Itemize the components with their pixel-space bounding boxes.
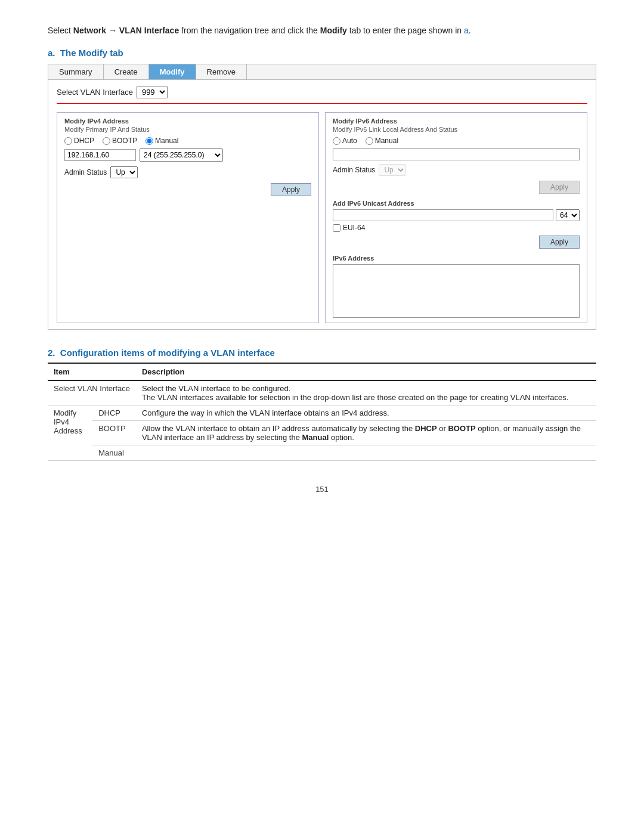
section2-title: 2. Configuration items of modifying a VL… bbox=[48, 348, 596, 358]
radio-bootp-label[interactable]: BOOTP bbox=[103, 137, 137, 145]
intro-text3: tab to enter the page shown in bbox=[347, 26, 464, 35]
tab-remove[interactable]: Remove bbox=[196, 64, 247, 79]
ipv6-addr-legend: IPv6 Address bbox=[333, 255, 580, 262]
section2-text: Configuration items of modifying a VLAN … bbox=[60, 348, 275, 358]
ipv4-box: Modify IPv4 Address Modify Primary IP An… bbox=[57, 112, 319, 323]
radio-ipv6-manual[interactable] bbox=[366, 137, 373, 145]
ipv6-unicast-legend: Add IPv6 Unicast Address bbox=[333, 200, 580, 207]
eui64-checkbox[interactable] bbox=[333, 224, 340, 232]
ipv6-admin-row: Admin Status Up bbox=[333, 164, 580, 176]
table-cell-desc: Select the VLAN interface to be configur… bbox=[136, 380, 596, 405]
table-cell-dhcp-desc: Configure the way in which the VLAN inte… bbox=[136, 405, 596, 421]
ipv4-sublabel: Modify Primary IP And Status bbox=[64, 126, 311, 133]
intro-arrow: → bbox=[106, 26, 119, 35]
ipv6-link-apply-row: Apply bbox=[333, 181, 580, 194]
table-header-row: Item Description bbox=[48, 363, 596, 380]
table-row: BOOTP Allow the VLAN interface to obtain… bbox=[48, 421, 596, 445]
table-cell-manual: Manual bbox=[92, 445, 136, 461]
col-desc-header: Description bbox=[136, 363, 596, 380]
select-vlan-dropdown[interactable]: 999 bbox=[137, 86, 168, 98]
select-vlan-row: Select VLAN Interface 999 bbox=[57, 86, 587, 104]
ipv6-address-display bbox=[333, 264, 580, 318]
ipv4-ip-input[interactable] bbox=[64, 149, 136, 161]
intro-text1: Select bbox=[48, 26, 73, 35]
ipv6-legend: Modify IPv6 Address bbox=[333, 117, 580, 125]
ipv4-apply-button[interactable]: Apply bbox=[271, 183, 311, 196]
radio-auto-label[interactable]: Auto bbox=[333, 137, 357, 145]
section2-number: 2. bbox=[48, 348, 55, 358]
intro-paragraph: Select Network → VLAN Interface from the… bbox=[48, 24, 596, 37]
radio-manual[interactable] bbox=[145, 137, 153, 145]
tab-summary[interactable]: Summary bbox=[48, 64, 104, 79]
tab-modify[interactable]: Modify bbox=[149, 64, 196, 79]
eui64-row: EUI-64 bbox=[333, 224, 580, 232]
ipv4-subnet-select[interactable]: 24 (255.255.255.0) bbox=[140, 148, 223, 162]
radio-dhcp[interactable] bbox=[64, 137, 72, 145]
radio-manual-label[interactable]: Manual bbox=[145, 137, 178, 145]
ipv6-link-apply-button[interactable]: Apply bbox=[539, 181, 580, 194]
ipv6-unicast-apply-row: Apply bbox=[333, 236, 580, 249]
table-cell-bootp-desc: Allow the VLAN interface to obtain an IP… bbox=[136, 421, 596, 445]
config-table: Item Description Select VLAN Interface S… bbox=[48, 363, 596, 461]
section-a-label: a. bbox=[48, 48, 55, 58]
ipv4-input-row: 24 (255.255.255.0) bbox=[64, 148, 311, 162]
col-item-header: Item bbox=[48, 363, 136, 380]
ipv4-radio-row: DHCP BOOTP Manual bbox=[64, 137, 311, 145]
ipv4-admin-select[interactable]: Up bbox=[110, 166, 138, 178]
ipv6-link-local-input[interactable] bbox=[333, 148, 580, 160]
table-cell-modify-ipv4: ModifyIPv4Address bbox=[48, 405, 92, 461]
ipv6-unicast-input-row: 64 bbox=[333, 209, 580, 221]
intro-text4: . bbox=[469, 26, 471, 35]
intro-bold1: Network bbox=[73, 26, 106, 35]
table-cell-manual-desc bbox=[136, 445, 596, 461]
ipv6-prefix-select[interactable]: 64 bbox=[556, 209, 580, 221]
table-cell-dhcp: DHCP bbox=[92, 405, 136, 421]
ipv4-apply-row: Apply bbox=[64, 183, 311, 196]
select-vlan-label: Select VLAN Interface bbox=[57, 88, 133, 97]
radio-ipv6-manual-label[interactable]: Manual bbox=[366, 137, 398, 145]
table-row: Select VLAN Interface Select the VLAN in… bbox=[48, 380, 596, 405]
ipv4-admin-label: Admin Status bbox=[64, 168, 107, 176]
ipv6-box: Modify IPv6 Address Modify IPv6 Link Loc… bbox=[325, 112, 587, 323]
main-panel: Select VLAN Interface 999 Modify IPv4 Ad… bbox=[48, 79, 596, 330]
ipv4-admin-row: Admin Status Up bbox=[64, 166, 311, 178]
ipv6-sublabel: Modify IPv6 Link Local Address And Statu… bbox=[333, 126, 580, 133]
ipv6-admin-label: Admin Status bbox=[333, 166, 375, 174]
radio-dhcp-label[interactable]: DHCP bbox=[64, 137, 94, 145]
radio-bootp[interactable] bbox=[103, 137, 110, 145]
ipv4-legend: Modify IPv4 Address bbox=[64, 117, 311, 125]
intro-text2: from the navigation tree and click the bbox=[179, 26, 320, 35]
table-row: Manual bbox=[48, 445, 596, 461]
table-row: ModifyIPv4Address DHCP Configure the way… bbox=[48, 405, 596, 421]
ipv6-unicast-apply-button[interactable]: Apply bbox=[539, 236, 580, 249]
section-a-text: The Modify tab bbox=[60, 48, 123, 58]
tab-create[interactable]: Create bbox=[104, 64, 149, 79]
section-a-title: a. The Modify tab bbox=[48, 48, 596, 58]
page-number: 151 bbox=[48, 485, 596, 494]
radio-auto[interactable] bbox=[333, 137, 340, 145]
intro-bold2: VLAN Interface bbox=[119, 26, 179, 35]
ipv6-admin-select[interactable]: Up bbox=[379, 164, 406, 176]
intro-bold3: Modify bbox=[320, 26, 347, 35]
intro-link-a[interactable]: a bbox=[464, 26, 469, 35]
table-cell-bootp: BOOTP bbox=[92, 421, 136, 445]
two-col-layout: Modify IPv4 Address Modify Primary IP An… bbox=[57, 112, 587, 323]
ipv6-unicast-input[interactable] bbox=[333, 209, 553, 221]
tab-bar: Summary Create Modify Remove bbox=[48, 64, 596, 79]
table-cell-item: Select VLAN Interface bbox=[48, 380, 136, 405]
eui64-label: EUI-64 bbox=[343, 224, 365, 232]
ipv6-radio-row: Auto Manual bbox=[333, 137, 580, 145]
